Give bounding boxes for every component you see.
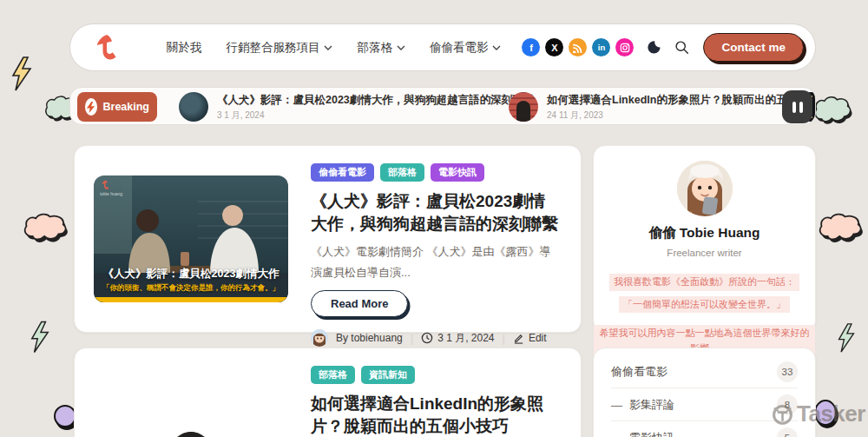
- tag-info[interactable]: 資訊新知: [361, 366, 415, 384]
- lightning-doodle-green-right: [837, 321, 856, 354]
- ticker-title: 《人犬》影評：盧貝松2023劇情大作，與狗狗超越言語的深刻聯繫: [217, 93, 534, 108]
- dash-prefix: —: [611, 432, 622, 437]
- post-meta: By tobiehuang | 3 1 月, 2024 | Edit: [311, 329, 547, 347]
- nav-link-blog[interactable]: 部落格: [357, 40, 405, 56]
- category-label: 偷偷看電影: [611, 364, 667, 380]
- profile-role: Freelancer writer: [594, 248, 815, 258]
- search-icon[interactable]: [674, 40, 689, 55]
- post-thumbnail[interactable]: tobie huang 《人犬》影評：盧貝松2023劇情大作 「你的頭銜、稱謂不…: [94, 175, 288, 302]
- nav-link-movies[interactable]: 偷偷看電影: [430, 40, 502, 56]
- image-caption-title: 《人犬》影評：盧貝松2023劇情大作: [94, 267, 288, 281]
- main-nav: 關於我 行銷整合服務項目 部落格 偷偷看電影: [167, 40, 502, 56]
- category-row-movie-news[interactable]: —電影快訊 5: [611, 421, 798, 437]
- x-twitter-icon[interactable]: X: [545, 38, 563, 56]
- nav-link-services[interactable]: 行銷整合服務項目: [226, 40, 332, 56]
- tag-blog[interactable]: 部落格: [311, 366, 355, 384]
- image-brand-watermark: tobie huang: [100, 382, 122, 399]
- contact-me-button[interactable]: Contact me: [703, 33, 804, 62]
- post-title[interactable]: 《人犬》影評：盧貝松2023劇情大作，與狗狗超越言語的深刻聯繫: [311, 190, 562, 235]
- lightning-doodle-green-left: [30, 320, 50, 354]
- social-links: f X in: [522, 38, 634, 56]
- linkedin-icon[interactable]: in: [592, 38, 610, 56]
- edit-label: Edit: [529, 332, 547, 344]
- ticker-item[interactable]: 《人犬》影評：盧貝松2023劇情大作，與狗狗超越言語的深刻聯繫 3 1 月, 2…: [205, 92, 509, 122]
- profile-name: 偷偷 Tobie Huang: [594, 224, 815, 242]
- post-card-2: tobie huang 部落格 資訊新知 如何選擇適合LinkedIn的形象照片…: [74, 348, 582, 437]
- pencil-edit-icon: [513, 333, 524, 344]
- image-brand-text: tobie huang: [100, 191, 122, 196]
- facebook-icon[interactable]: f: [522, 38, 540, 56]
- post-excerpt: 《人犬》電影劇情簡介 《人犬》是由《露西》導演盧貝松自導自演...: [311, 242, 562, 282]
- profile-quote: 我很喜歡電影《全面啟動》所說的一句話： 「一個簡單的想法可以改變全世界。」 希望…: [594, 269, 815, 358]
- image-brand-text: tobie huang: [100, 394, 122, 399]
- page: 關於我 行銷整合服務項目 部落格 偷偷看電影 f X in Contact me…: [0, 0, 868, 437]
- site-logo[interactable]: [91, 33, 117, 63]
- nav-link-label: 行銷整合服務項目: [226, 40, 319, 56]
- category-row-movies[interactable]: 偷偷看電影 33: [611, 355, 798, 388]
- lightning-doodle-yellow: [10, 56, 33, 92]
- tag-movies[interactable]: 偷偷看電影: [311, 163, 374, 182]
- quote-line-2: 「一個簡單的想法可以改變全世界。」: [619, 296, 790, 314]
- ticker-text: 《人犬》影評：盧貝松2023劇情大作，與狗狗超越言語的深刻聯繫 3 1 月, 2…: [217, 93, 534, 122]
- ticker-item[interactable]: 如何選擇適合LinkedIn的形象照片？脫穎而出的五個小技巧 24 11 月, …: [509, 92, 797, 122]
- meta-separator: |: [411, 332, 413, 345]
- category-row-series-reviews[interactable]: —影集評論 8: [611, 388, 798, 421]
- nav-link-label: 偷偷看電影: [430, 40, 489, 56]
- nav-link-label: 部落格: [357, 40, 392, 56]
- instagram-icon[interactable]: [615, 38, 634, 56]
- author-link[interactable]: By tobiehuang: [336, 332, 403, 344]
- ticker-thumbnail: [179, 92, 208, 122]
- post-card-1: tobie huang 《人犬》影評：盧貝松2023劇情大作 「你的頭銜、稱謂不…: [74, 145, 582, 333]
- ticker-text: 如何選擇適合LinkedIn的形象照片？脫穎而出的五個小技巧 24 11 月, …: [547, 93, 816, 122]
- lightning-bolt-icon: [85, 98, 97, 116]
- tag-list: 偷偷看電影 部落格 電影快訊: [311, 163, 484, 182]
- ticker-items: 《人犬》影評：盧貝松2023劇情大作，與狗狗超越言語的深刻聯繫 3 1 月, 2…: [209, 88, 816, 125]
- quote-line-1: 我很喜歡電影《全面啟動》所說的一句話：: [609, 274, 799, 291]
- brand-logo-icon: [91, 33, 117, 63]
- rss-icon[interactable]: [569, 38, 587, 56]
- author-profile-card: 偷偷 Tobie Huang Freelancer writer 我很喜歡電影《…: [593, 145, 816, 333]
- moon-dark-mode-icon[interactable]: [646, 39, 662, 56]
- post-date-text: 3 1 月, 2024: [437, 331, 494, 346]
- tasker-logo-icon: [771, 402, 794, 426]
- post-body: 部落格 資訊新知 如何選擇適合LinkedIn的形象照片？脫穎而出的五個小技巧 …: [311, 364, 562, 437]
- chevron-down-icon: [492, 45, 501, 50]
- cloud-doodle-pink-right: [818, 213, 865, 244]
- edit-link[interactable]: Edit: [513, 332, 547, 344]
- nav-link-label: 關於我: [167, 40, 202, 56]
- clock-icon: [421, 332, 433, 344]
- cloud-doodle-pink-left: [23, 213, 69, 244]
- ticker-pause-button[interactable]: [782, 90, 812, 123]
- tasker-watermark-text: Tasker: [797, 401, 865, 427]
- tag-blog[interactable]: 部落格: [380, 163, 424, 182]
- cloud-doodle-green-right: [812, 94, 852, 127]
- category-count: 33: [777, 361, 798, 382]
- category-label: 影集評論: [629, 397, 674, 413]
- tasker-watermark: Tasker: [771, 401, 865, 427]
- tag-list: 部落格 資訊新知: [311, 366, 415, 384]
- ticker-thumbnail: [509, 92, 538, 122]
- post-date: 3 1 月, 2024: [421, 331, 494, 346]
- profile-avatar: [677, 161, 733, 216]
- image-caption-quote: 「你的頭銜、稱謂不會決定你是誰，你的行為才會。」: [94, 283, 288, 294]
- read-more-button[interactable]: Read More: [311, 290, 408, 317]
- post-title[interactable]: 如何選擇適合LinkedIn的形象照片？脫穎而出的五個小技巧: [311, 393, 562, 437]
- category-count: 5: [777, 427, 798, 437]
- breaking-badge: Breaking: [77, 92, 157, 122]
- nav-link-about[interactable]: 關於我: [167, 40, 202, 56]
- chevron-down-icon: [397, 45, 405, 50]
- chevron-down-icon: [324, 45, 332, 50]
- navbar: 關於我 行銷整合服務項目 部落格 偷偷看電影 f X in Contact me: [69, 23, 816, 71]
- post-thumbnail[interactable]: tobie huang: [94, 378, 288, 437]
- post-body: 偷偷看電影 部落格 電影快訊 《人犬》影評：盧貝松2023劇情大作，與狗狗超越言…: [311, 162, 562, 316]
- author-avatar: [311, 329, 328, 347]
- category-label: 電影快訊: [629, 430, 674, 437]
- dash-prefix: —: [611, 399, 622, 412]
- tag-movie-news[interactable]: 電影快訊: [431, 163, 484, 182]
- breaking-news-ticker: 《人犬》影評：盧貝松2023劇情大作，與狗狗超越言語的深刻聯繫 3 1 月, 2…: [69, 87, 816, 125]
- ticker-title: 如何選擇適合LinkedIn的形象照片？脫穎而出的五個小技巧: [547, 93, 816, 108]
- image-yellow-bar: [94, 297, 288, 302]
- image-brand-watermark: tobie huang: [100, 180, 122, 196]
- breaking-label: Breaking: [103, 101, 150, 113]
- ticker-date: 24 11 月, 2023: [547, 109, 816, 122]
